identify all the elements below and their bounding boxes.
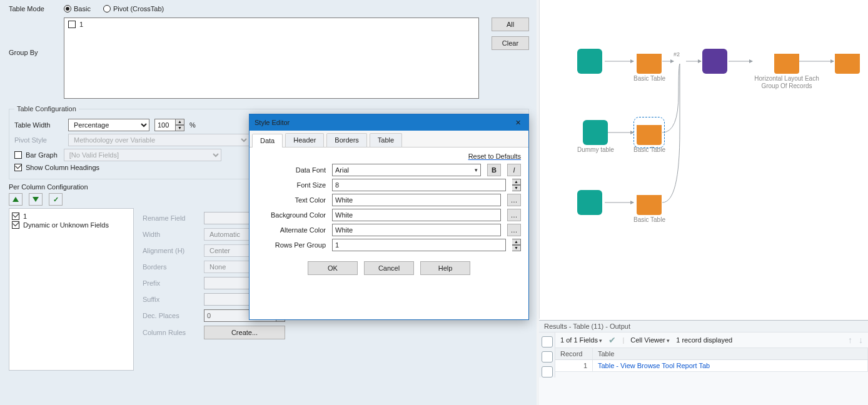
select-all-button[interactable]: All — [492, 18, 529, 31]
bar-graph-checkbox[interactable]: Bar Graph — [14, 151, 58, 159]
close-icon[interactable]: ✕ — [512, 119, 523, 127]
style-editor-dialog: Style Editor ✕ Data Header Borders Table… — [249, 114, 529, 320]
create-rules-button[interactable]: Create... — [204, 326, 285, 339]
spin-up-icon[interactable]: ▲ — [512, 239, 521, 245]
browse-tool-icon — [583, 120, 608, 145]
cell-viewer-dropdown[interactable]: Cell Viewer — [630, 336, 670, 344]
list-item[interactable]: Dynamic or Unknown Fields — [12, 221, 131, 229]
node-label: Dummy table — [577, 146, 614, 154]
percent-unit: % — [189, 121, 196, 129]
table-width-spinner[interactable]: ▲▼ — [154, 119, 184, 131]
bg-color-picker-button[interactable]: … — [507, 209, 521, 221]
column-header-record[interactable]: Record — [555, 348, 593, 359]
tool-anchor[interactable]: #2 — [674, 51, 680, 58]
spin-down-icon[interactable]: ▼ — [176, 125, 184, 131]
reset-defaults-link[interactable]: Reset to Defaults — [257, 152, 521, 160]
column-list[interactable]: 1 Dynamic or Unknown Fields — [9, 208, 134, 371]
radio-pivot[interactable]: Pivot (CrossTab) — [103, 5, 164, 12]
alt-color-label: Alternate Color — [257, 226, 326, 234]
browse-tool-icon — [577, 190, 602, 215]
results-title: Results - Table (11) - Output — [539, 321, 868, 332]
show-column-headings-checkbox[interactable]: Show Column Headings — [14, 164, 99, 171]
bold-button[interactable]: B — [487, 164, 501, 176]
text-color-label: Text Color — [257, 196, 326, 204]
data-font-select[interactable]: Arial — [332, 164, 481, 176]
tab-data[interactable]: Data — [252, 134, 283, 148]
results-view-icons — [539, 332, 555, 378]
tool-basic-table-3[interactable]: Basic Table — [633, 190, 665, 224]
table-mode-label: Table Mode — [9, 5, 58, 12]
list-item[interactable]: 1 — [12, 212, 131, 220]
tab-table[interactable]: Table — [370, 133, 402, 147]
clear-button[interactable]: Clear — [492, 36, 529, 50]
checkbox-icon[interactable] — [12, 221, 19, 229]
data-font-label: Data Font — [257, 166, 326, 174]
dialog-title: Style Editor — [255, 119, 290, 126]
dialog-titlebar[interactable]: Style Editor ✕ — [250, 114, 528, 131]
italic-button[interactable]: I — [507, 164, 521, 176]
table-width-select[interactable]: Percentage — [68, 119, 149, 131]
render-tool-icon — [835, 49, 860, 74]
grid-view-icon[interactable] — [542, 336, 553, 348]
tool-browse-2[interactable]: Dummy table — [577, 120, 614, 154]
radio-basic[interactable]: Basic — [64, 5, 91, 12]
workflow-canvas[interactable]: Basic Table #2 Horizontal Layout Each Gr… — [539, 0, 868, 319]
tool-browse-3[interactable] — [577, 190, 602, 215]
group-by-list[interactable]: 1 — [64, 18, 479, 99]
text-color-input[interactable]: White — [332, 194, 501, 206]
tab-borders[interactable]: Borders — [326, 133, 367, 147]
text-color-picker-button[interactable]: … — [507, 194, 521, 206]
alt-color-picker-button[interactable]: … — [507, 224, 521, 236]
checkbox-icon[interactable] — [68, 21, 76, 28]
table-tool-icon — [637, 49, 662, 74]
tool-browse[interactable] — [577, 49, 602, 74]
tool-horizontal-layout[interactable]: Horizontal Layout Each Group Of Records — [752, 49, 821, 90]
checkbox-icon[interactable] — [12, 212, 19, 220]
tool-basic-table-2[interactable]: Basic Table — [633, 120, 665, 154]
checkbox-icon — [14, 164, 22, 171]
browse-tool-icon — [577, 49, 602, 74]
node-label: Basic Table — [633, 75, 665, 82]
rows-per-group-label: Rows Per Group — [257, 241, 326, 249]
radio-icon — [64, 5, 71, 12]
summary-view-icon[interactable] — [542, 351, 553, 362]
cancel-button[interactable]: Cancel — [364, 261, 414, 275]
fields-dropdown[interactable]: 1 of 1 Fields — [560, 336, 602, 344]
help-button[interactable]: Help — [420, 261, 470, 275]
spin-down-icon[interactable]: ▼ — [512, 245, 521, 251]
cell-table-link[interactable]: Table - View Browse Tool Report Tab — [593, 360, 868, 371]
pivot-style-select: Methodology over Variable — [68, 134, 250, 146]
next-record-button[interactable]: ↓ — [859, 335, 863, 345]
rows-per-group-input[interactable]: 1 — [332, 239, 506, 251]
browse-view-icon[interactable] — [542, 366, 553, 378]
bg-color-input[interactable]: White — [332, 209, 501, 221]
font-size-input[interactable]: 8 — [332, 179, 506, 191]
group-by-item[interactable]: 1 — [68, 21, 83, 28]
column-rules-label: Column Rules — [143, 329, 199, 336]
bg-color-label: Background Color — [257, 211, 326, 219]
prefix-label: Prefix — [143, 279, 199, 287]
prev-record-button[interactable]: ↑ — [848, 335, 852, 345]
table-row[interactable]: 1 Table - View Browse Tool Report Tab — [555, 360, 868, 372]
check-icon: ✓ — [53, 196, 59, 204]
spin-down-icon[interactable]: ▼ — [512, 185, 521, 191]
results-grid[interactable]: Record Table 1 Table - View Browse Tool … — [555, 348, 868, 372]
apply-button[interactable]: ✓ — [49, 193, 63, 206]
tab-header[interactable]: Header — [285, 133, 324, 147]
results-panel: Results - Table (11) - Output 1 of 1 Fie… — [539, 320, 868, 405]
alt-color-input[interactable]: White — [332, 224, 501, 236]
move-up-button[interactable] — [9, 193, 23, 206]
table-width-input[interactable] — [154, 119, 176, 131]
ok-button[interactable]: OK — [308, 261, 358, 275]
tool-render[interactable] — [835, 49, 860, 74]
move-down-button[interactable] — [29, 193, 43, 206]
tool-formula[interactable] — [702, 49, 727, 74]
column-header-table[interactable]: Table — [593, 348, 868, 359]
spin-up-icon[interactable]: ▲ — [512, 179, 521, 185]
tool-basic-table-1[interactable]: Basic Table — [633, 49, 665, 82]
suffix-label: Suffix — [143, 296, 199, 303]
width-label: Width — [143, 231, 199, 238]
spin-up-icon[interactable]: ▲ — [176, 119, 184, 125]
node-label: Basic Table — [633, 146, 665, 154]
pivot-style-label: Pivot Style — [14, 136, 63, 144]
